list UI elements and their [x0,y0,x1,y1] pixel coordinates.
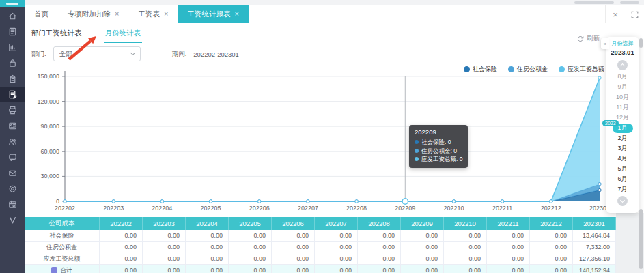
open-tabs: 首页专项附加扣除×工资表×工资统计报表× [25,5,249,23]
table-cell: 7,332.00 [573,242,616,253]
table-cell: 0.00 [272,230,315,242]
period-value: 202202-202301 [193,51,239,58]
tab-window-controls: × [605,5,644,23]
team-icon [8,136,18,147]
month-item-7月[interactable]: 7月 [606,184,639,195]
table-cell: 0.00 [530,230,573,242]
table-header-cell[interactable]: 202206 [272,217,315,230]
table-cell: 0.00 [444,265,487,273]
table-cell: 127,356.10 [573,253,616,265]
scroll-up-button[interactable] [617,60,628,70]
tab-close-icon[interactable]: × [164,10,168,18]
card-icon [8,121,18,131]
table-cell: 0.00 [100,253,143,265]
scrollbar-thumb[interactable] [639,38,643,48]
table-header-cell[interactable]: 公司成本 [25,217,100,230]
sidebar-menu [0,7,25,228]
table-header-cell[interactable]: 202209 [401,217,444,230]
table-header-cell[interactable]: 202204 [186,217,229,230]
settings-icon [8,184,18,194]
table-header-cell[interactable]: 202208 [358,217,401,230]
sidebar-item-v-logo-icon[interactable] [0,212,25,228]
sidebar-item-printer-icon[interactable] [0,102,25,118]
table-cell: 148,152.94 [573,265,616,273]
tooltip-text: 社会保险: 0 [421,138,451,147]
table-header-cell[interactable]: 202212 [530,217,573,230]
month-item-9月[interactable]: 9月 [606,82,639,92]
table-header-cell[interactable]: 202211 [487,217,530,230]
tab-close-icon[interactable]: × [115,10,119,18]
tab-专项附加扣除[interactable]: 专项附加扣除× [58,5,128,23]
month-item-8月[interactable]: 8月 [606,72,639,82]
sidebar-item-mail-icon[interactable] [0,165,25,181]
legend-item-社会保险[interactable]: 社会保险 [464,65,497,74]
sidebar-item-settings-icon[interactable] [0,181,25,197]
table-header-cell[interactable]: 202205 [229,217,272,230]
legend-item-住房公积金[interactable]: 住房公积金 [508,65,548,74]
month-item-2月[interactable]: 2月 [606,133,639,143]
table-header-cell[interactable]: 202203 [143,217,186,230]
close-icon[interactable]: × [606,5,625,23]
calendar-icon [8,199,18,210]
legend-label: 社会保险 [473,65,497,74]
sidebar-item-card-icon[interactable] [0,118,25,134]
sidebar-item-chart-icon[interactable] [0,40,25,55]
table-header-cell[interactable]: 202202 [100,217,143,230]
sidebar [0,0,25,273]
month-item-5月[interactable]: 5月 [606,164,639,174]
chat-icon [8,152,18,162]
refresh-icon [577,35,584,42]
series-dot-icon [415,157,419,161]
scrollbar-thumb[interactable] [639,209,643,269]
app-logo[interactable] [0,0,25,7]
month-item-6月[interactable]: 6月 [606,174,639,184]
table-cell: 0.00 [530,253,573,265]
sidebar-item-bank-icon[interactable] [0,71,25,87]
table-cell: 0.00 [143,265,186,273]
table-header-cell[interactable]: 202301 [573,217,616,230]
legend-dot-icon [464,66,470,72]
table-cell: 0.00 [530,265,573,273]
table-cell: 13,464.84 [573,230,616,242]
month-item-10月[interactable]: 10月 [606,92,639,102]
sidebar-item-team-icon[interactable] [0,134,25,149]
tab-首页[interactable]: 首页 [25,5,58,23]
bank-icon [8,74,18,84]
tooltip-text: 应发工资总额: 0 [421,155,462,164]
collapse-panel-icon[interactable]: » [601,38,609,49]
sidebar-item-safe-icon[interactable] [0,55,25,71]
sidebar-item-chat-icon[interactable] [0,149,25,165]
month-item-1月[interactable]: 20231月 [606,123,639,133]
tab-label: 工资统计报表 [187,10,230,19]
month-item-4月[interactable]: 4月 [606,154,639,164]
department-select[interactable]: 全部 [53,46,141,61]
month-item-3月[interactable]: 3月 [606,143,639,154]
current-period: 2023.01 [611,48,634,57]
sidebar-item-home-icon[interactable] [0,8,25,24]
refresh-button[interactable]: 刷新 [577,34,600,43]
table-row-合计: 合计0.000.000.000.000.000.000.000.000.000.… [25,265,616,273]
sidebar-item-payroll-icon[interactable] [0,87,25,102]
tab-close-icon[interactable]: × [234,10,238,18]
sidebar-item-report-icon[interactable] [0,24,25,40]
subtab-月份统计表[interactable]: 月份统计表 [105,29,141,43]
table-header-cell[interactable]: 202207 [315,217,358,230]
tab-工资表[interactable]: 工资表× [128,5,178,23]
department-value: 全部 [59,50,72,59]
table-cell: 0.00 [272,265,315,273]
fullscreen-icon[interactable] [625,5,644,23]
scroll-down-button[interactable] [617,196,628,206]
series-dot-icon [415,149,419,153]
tab-工资统计报表[interactable]: 工资统计报表× [178,5,248,23]
sidebar-item-calendar-icon[interactable] [0,197,25,212]
period-label: 期间: [172,50,187,59]
table-header-cell[interactable]: 202210 [444,217,487,230]
tooltip-text: 住房公积金: 0 [421,147,457,156]
table-cell: 0.00 [186,253,229,265]
month-item-11月[interactable]: 11月 [606,102,639,113]
legend-item-应发工资总额[interactable]: 应发工资总额 [559,65,604,74]
month-picker-panel: » 月份选择 2023.01 8月9月10月11月12月20231月2月3月4月… [606,37,639,213]
table-cell: 0.00 [487,253,530,265]
subtab-部门工资统计表[interactable]: 部门工资统计表 [31,29,82,43]
chart-tooltip: 202209 社会保险: 0住房公积金: 0应发工资总额: 0 [409,125,468,168]
